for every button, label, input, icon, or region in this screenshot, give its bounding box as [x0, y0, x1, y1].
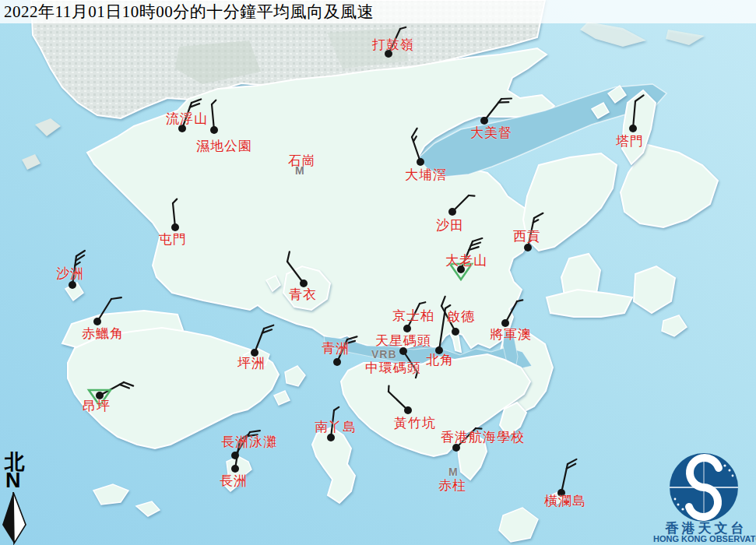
- hko-logo: 香港天文台 HONG KONG OBSERVATORY: [656, 450, 756, 545]
- north-compass: 北 N: [0, 448, 34, 545]
- compass-north-letter: N: [5, 469, 21, 493]
- station-dot: [452, 444, 460, 452]
- station-dot: [69, 281, 76, 289]
- north-arrow-icon: [0, 492, 31, 545]
- station-dot: [96, 392, 104, 399]
- station-dot: [435, 346, 443, 354]
- station-dot: [251, 349, 258, 357]
- station-dot: [557, 489, 565, 497]
- station-dot: [210, 126, 218, 134]
- station-dot: [501, 319, 509, 327]
- station-dot: [171, 223, 179, 231]
- station-dot: [327, 434, 335, 441]
- station-dot: [93, 318, 101, 325]
- hong-kong-map: [0, 0, 756, 545]
- weather-map-page: 打鼓嶺流浮山濕地公園石崗M大美督塔門大埔滘沙田西貢大老山屯門沙洲青衣赤鱲角青洲坪…: [0, 0, 756, 545]
- station-dot: [452, 328, 459, 336]
- station-dot: [457, 265, 465, 273]
- station-dot: [399, 347, 407, 355]
- station-dot: [417, 158, 424, 166]
- station-dot: [448, 208, 456, 216]
- station-dot: [404, 406, 412, 414]
- station-dot: [300, 280, 308, 287]
- station-dot: [231, 465, 239, 473]
- station-dot: [629, 125, 637, 132]
- logo-name-english: HONG KONG OBSERVATORY: [653, 534, 756, 543]
- station-dot: [178, 125, 186, 132]
- hko-logo-icon: [656, 450, 756, 525]
- title-bar: 2022年11月01日10時00分的十分鐘平均風向及風速: [0, 0, 756, 23]
- station-dot: [524, 244, 532, 251]
- station-dot: [333, 358, 341, 366]
- map-title: 2022年11月01日10時00分的十分鐘平均風向及風速: [4, 1, 374, 23]
- station-dot: [403, 325, 411, 332]
- station-dot: [480, 117, 488, 125]
- station-dot: [385, 50, 392, 58]
